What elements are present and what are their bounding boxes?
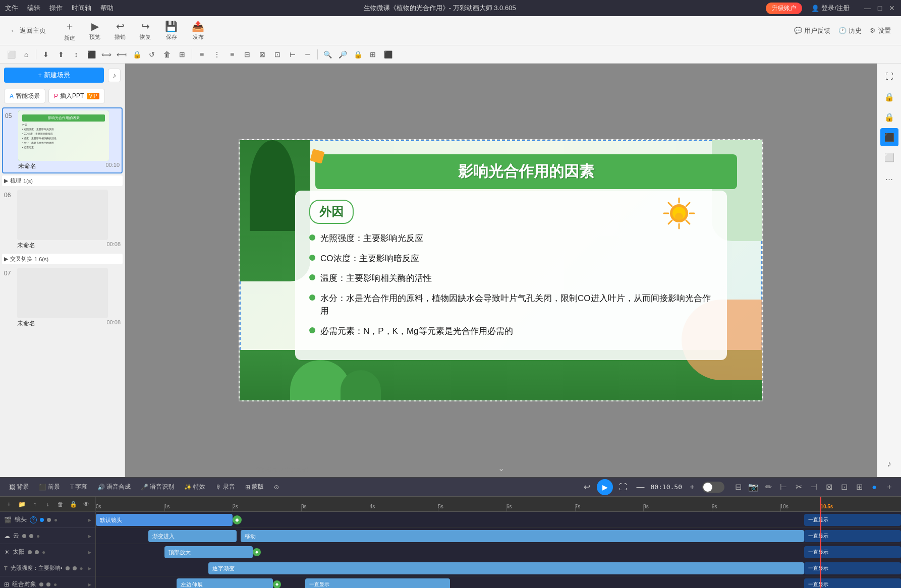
text-more[interactable]: ▸ <box>88 565 91 572</box>
block-lens-always[interactable]: 一直显示 <box>804 514 901 526</box>
select-tool[interactable]: ⬜ <box>4 47 18 62</box>
tl-minus-btn[interactable]: — <box>633 480 647 494</box>
block-group-show[interactable]: 一直显示 <box>305 578 450 588</box>
lens-keyframe[interactable]: ◆ <box>233 515 242 524</box>
tl-snap-btn[interactable]: ⊟ <box>731 481 745 494</box>
tl-add-btn[interactable]: + <box>883 481 896 494</box>
lock2[interactable]: 🔒 <box>351 47 365 62</box>
distribute-h[interactable]: ⊟ <box>240 47 254 62</box>
cloud-more[interactable]: ▸ <box>88 533 91 540</box>
tl-background-btn[interactable]: 🖼 背景 <box>5 481 33 493</box>
tl-tts-btn[interactable]: 🔊 语音合成 <box>93 481 135 493</box>
lens-more[interactable]: ▸ <box>88 516 91 523</box>
settings-button[interactable]: ⚙ 设置 <box>870 26 891 35</box>
track-move-up-btn[interactable]: ↑ <box>30 499 40 509</box>
block-cloud-fade[interactable]: 渐变进入 <box>148 530 237 542</box>
track-move-down-btn[interactable]: ↓ <box>43 499 53 509</box>
scene-item-05[interactable]: 05 影响光合作用的因素 外因 • 光照强度：主要影响光反应 • CO浓度：主要… <box>2 107 123 173</box>
group-dot2[interactable] <box>46 582 50 586</box>
lock-tool[interactable]: 🔒 <box>130 47 144 62</box>
tl-expand-btn[interactable]: ⊙ <box>270 482 283 492</box>
track-lock-btn[interactable]: 🔒 <box>69 499 79 509</box>
sun-dot1[interactable] <box>28 550 32 554</box>
block-cloud-move[interactable]: 移动 <box>241 530 804 542</box>
sun-more[interactable]: ▸ <box>88 549 91 556</box>
sun-dot2[interactable] <box>35 550 39 554</box>
redo-button[interactable]: ↪ 恢复 <box>134 18 157 43</box>
close-button[interactable]: ✕ <box>888 4 896 12</box>
spacing-h[interactable]: ⊡ <box>270 47 285 62</box>
text-eye[interactable]: ● <box>80 565 83 572</box>
align-center-v[interactable]: ⋮ <box>210 47 224 62</box>
block-group-stretch[interactable]: 左边伸展 <box>177 578 273 588</box>
tl-plus-btn[interactable]: + <box>685 480 699 494</box>
tl-mask-btn[interactable]: ⊞ 蒙版 <box>241 481 268 493</box>
lock-button2[interactable]: 🔒 <box>880 108 898 126</box>
menu-timeline[interactable]: 时间轴 <box>72 4 91 13</box>
new-button[interactable]: ＋ 新建 <box>58 18 81 44</box>
upgrade-button[interactable]: 升级账户 <box>766 3 802 14</box>
tl-stt-btn[interactable]: 🎤 语音识别 <box>137 481 178 493</box>
tl-foreground-btn[interactable]: ⬛ 前景 <box>35 481 64 493</box>
scene-item-06[interactable]: 06 未命名 00:08 <box>2 188 123 252</box>
crop-tool[interactable]: ⊞ <box>175 47 189 62</box>
block-sun-zoom[interactable]: 顶部放大 <box>164 546 253 558</box>
music-note-button[interactable]: ♪ <box>880 455 898 473</box>
distribute-v[interactable]: ⊠ <box>255 47 269 62</box>
track-delete-btn[interactable]: 🗑 <box>55 499 66 509</box>
align-full[interactable]: ⬛ <box>84 47 98 62</box>
block-lens-default[interactable]: 默认镜头 <box>96 514 233 526</box>
spacing2[interactable]: ⊣ <box>301 47 315 62</box>
lens-eye[interactable]: ● <box>54 516 58 523</box>
tl-effects-btn[interactable]: ✨ 特效 <box>180 481 209 493</box>
new-scene-button[interactable]: + 新建场景 <box>4 68 104 83</box>
maximize-button[interactable]: □ <box>876 4 884 12</box>
cloud-eye[interactable]: ● <box>36 533 40 540</box>
back-home-button[interactable]: ← 返回主页 <box>10 26 46 35</box>
zoom-in[interactable]: 🔍 <box>320 47 334 62</box>
align-bottom[interactable]: ⬇ <box>39 47 53 62</box>
panel-active-button[interactable]: ⬛ <box>880 128 898 146</box>
track-folder-btn[interactable]: 📁 <box>17 499 27 509</box>
lens-dot1[interactable] <box>40 518 44 522</box>
canvas-area[interactable]: 默认镜头 影响光合作用的因素 <box>125 64 877 477</box>
minimize-button[interactable]: — <box>864 4 872 12</box>
more-tools[interactable]: ⬛ <box>381 47 395 62</box>
tl-undo-btn[interactable]: ↩ <box>580 480 594 494</box>
block-group-always[interactable]: 一直显示 <box>804 578 901 588</box>
align-left[interactable]: ≡ <box>195 47 209 62</box>
scene-transition-05[interactable]: ▶ 梳理 1(s) <box>2 175 123 186</box>
panel-more-button[interactable]: … <box>880 168 898 187</box>
block-sun-always[interactable]: 一直显示 <box>804 546 901 558</box>
save-button[interactable]: 💾 保存 <box>159 18 184 43</box>
tl-color-btn[interactable]: ● <box>868 481 881 494</box>
zoom-out[interactable]: 🔎 <box>335 47 350 62</box>
copy[interactable]: ⊞ <box>366 47 380 62</box>
ai-scene-button[interactable]: A 智能场景 <box>4 89 45 103</box>
undo-button[interactable]: ↩ 撤销 <box>108 18 132 43</box>
music-button[interactable]: ♪ <box>108 69 121 82</box>
playhead[interactable] <box>820 497 821 588</box>
block-text-always[interactable]: 一直显示 <box>804 562 901 574</box>
group-keyframe[interactable]: ◆ <box>273 580 281 589</box>
home-tool[interactable]: ⌂ <box>19 47 33 62</box>
flip2[interactable]: ⟻ <box>115 47 129 62</box>
block-cloud-always[interactable]: 一直显示 <box>804 530 901 542</box>
preview-button[interactable]: ▶ 预览 <box>83 18 106 43</box>
align-v[interactable]: ↕ <box>69 47 83 62</box>
fullscreen-button[interactable]: ⛶ <box>880 68 898 86</box>
flip[interactable]: ⟺ <box>99 47 114 62</box>
group-dot1[interactable] <box>39 582 43 586</box>
sun-keyframe[interactable]: ◆ <box>253 548 261 556</box>
delete-tool[interactable]: 🗑 <box>160 47 174 62</box>
menu-edit[interactable]: 编辑 <box>27 4 40 13</box>
spacing-v[interactable]: ⊢ <box>286 47 300 62</box>
tl-subtitle-btn[interactable]: T 字幕 <box>66 481 91 493</box>
insert-ppt-button[interactable]: P 插入PPT VIP <box>48 89 104 103</box>
tl-split-btn[interactable]: ⊢ <box>777 481 790 494</box>
block-text-gradual[interactable]: 逐字渐变 <box>208 562 804 574</box>
lock-button1[interactable]: 🔒 <box>880 88 898 106</box>
group-more[interactable]: ▸ <box>88 581 91 588</box>
tl-record-btn[interactable]: 🎙 录音 <box>211 481 239 493</box>
menu-ops[interactable]: 操作 <box>49 4 63 13</box>
